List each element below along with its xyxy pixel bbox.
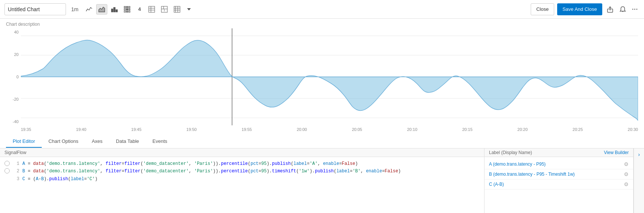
y-label-0: 0: [6, 75, 21, 79]
x-axis-labels: 19:35 19:40 19:45 19:50 19:55 20:00 20:0…: [6, 126, 638, 132]
x-label-1940: 19:40: [76, 127, 86, 132]
time-table-btn[interactable]: [171, 4, 183, 15]
tab-data-table[interactable]: Data Table: [109, 135, 146, 148]
line-chart-btn[interactable]: [83, 4, 95, 15]
number-btn[interactable]: 4: [134, 4, 145, 15]
label-item-b: B (demo.trans.latency - P95 - Timeshift …: [484, 169, 633, 179]
signal-flow-panel: SignalFlow 1 A = data('demo.trans.latenc…: [0, 148, 484, 213]
svg-rect-21: [174, 6, 180, 12]
collapse-arrow-icon: ›: [638, 151, 640, 157]
bell-button[interactable]: [618, 4, 628, 14]
line-2-indicator[interactable]: [4, 168, 10, 173]
tab-axes[interactable]: Axes: [85, 135, 109, 148]
header-right: Close Save And Close ···: [531, 3, 640, 15]
label-item-c: C (A-B) ⚙: [484, 179, 633, 189]
signal-flow-header: SignalFlow: [0, 148, 484, 157]
chart-area: Chart description 40 20 0 -20 -40: [0, 19, 644, 134]
header: 1m 4: [0, 0, 644, 19]
svg-rect-11: [126, 11, 128, 12]
x-label-2015: 20:15: [462, 127, 473, 132]
line-3-number: 3: [13, 175, 19, 183]
chart-title-input[interactable]: [4, 3, 66, 15]
svg-rect-3: [116, 10, 117, 12]
x-label-1950: 19:50: [186, 127, 197, 132]
area-chart-btn[interactable]: [96, 4, 107, 15]
more-options-button[interactable]: ···: [631, 4, 640, 14]
line-3-code[interactable]: C = (A-B).publish(label='C'): [22, 175, 480, 183]
svg-marker-0: [99, 7, 105, 12]
label-c-gear-icon[interactable]: ⚙: [624, 181, 629, 187]
label-panel-header: Label (Display Name) View Builder: [484, 148, 633, 157]
label-b-gear-icon[interactable]: ⚙: [624, 171, 629, 177]
svg-rect-10: [124, 11, 126, 12]
chart-description: Chart description: [6, 22, 638, 27]
y-axis-labels: 40 20 0 -20 -40: [6, 28, 21, 125]
single-value-btn[interactable]: 1: [159, 4, 170, 15]
area-chart-svg: [21, 28, 638, 125]
x-label-2000: 20:00: [297, 127, 307, 132]
svg-rect-1: [111, 9, 113, 12]
svg-rect-8: [126, 9, 128, 10]
time-badge[interactable]: 1m: [69, 4, 80, 15]
share-button[interactable]: [605, 4, 615, 14]
label-b-text: B (demo.trans.latency - P95 - Timeshift …: [489, 172, 575, 177]
signal-line-1: 1 A = data('demo.trans.latency', filter=…: [4, 160, 480, 167]
label-items-list: A (demo.trans.latency - P95) ⚙ B (demo.t…: [484, 157, 633, 213]
plot-editor-panel: SignalFlow 1 A = data('demo.trans.latenc…: [0, 148, 644, 213]
collapse-panel-button[interactable]: ›: [634, 148, 644, 213]
tab-chart-options[interactable]: Chart Options: [42, 135, 85, 148]
table-btn[interactable]: [146, 4, 157, 15]
x-label-2020: 20:20: [517, 127, 528, 132]
x-label-2005: 20:05: [352, 127, 362, 132]
svg-text:1: 1: [164, 9, 165, 12]
signal-line-3: 3 C = (A-B).publish(label='C'): [4, 175, 480, 183]
label-panel: Label (Display Name) View Builder A (dem…: [484, 148, 634, 213]
svg-rect-13: [149, 6, 155, 12]
line-1-code[interactable]: A = data('demo.trans.latency', filter=fi…: [22, 160, 480, 167]
svg-rect-9: [129, 9, 130, 10]
signal-flow-lines: 1 A = data('demo.trans.latency', filter=…: [0, 157, 484, 213]
x-label-1935: 19:35: [21, 127, 31, 132]
signal-line-2: 2 B = data('demo.trans.latency', filter=…: [4, 167, 480, 175]
x-label-2030: 20:30: [628, 127, 638, 132]
line-1-indicator[interactable]: [4, 161, 10, 166]
y-label-40: 40: [6, 30, 21, 34]
y-label-neg20: -20: [6, 97, 21, 101]
label-column-header: Label (Display Name): [489, 150, 532, 155]
x-label-2010: 20:10: [407, 127, 417, 132]
label-a-text: A (demo.trans.latency - P95): [489, 162, 546, 167]
svg-rect-4: [124, 6, 126, 8]
heatmap-btn[interactable]: [121, 4, 133, 15]
y-label-20: 20: [6, 52, 21, 57]
tabs-bar: Plot Editor Chart Options Axes Data Tabl…: [0, 134, 644, 148]
close-button[interactable]: Close: [531, 3, 554, 15]
svg-rect-6: [129, 6, 130, 8]
label-c-text: C (A-B): [489, 182, 504, 187]
label-a-gear-icon[interactable]: ⚙: [624, 161, 629, 167]
bar-chart-btn[interactable]: [109, 4, 120, 15]
toolbar-icons: 4 1: [83, 4, 183, 15]
svg-rect-12: [129, 11, 130, 12]
x-label-1945: 19:45: [131, 127, 142, 132]
tab-events[interactable]: Events: [146, 135, 174, 148]
x-label-1955: 19:55: [242, 127, 252, 132]
line-2-code[interactable]: B = data('demo.trans.latency', filter=fi…: [22, 167, 480, 175]
view-builder-button[interactable]: View Builder: [604, 150, 629, 155]
line-2-number: 2: [13, 167, 19, 175]
chart-container: 40 20 0 -20 -40: [6, 28, 638, 133]
svg-rect-7: [124, 9, 126, 10]
y-label-neg40: -40: [6, 119, 21, 124]
svg-rect-2: [114, 7, 115, 12]
label-item-a: A (demo.trans.latency - P95) ⚙: [484, 159, 633, 169]
tab-plot-editor[interactable]: Plot Editor: [6, 135, 42, 148]
svg-rect-5: [126, 6, 128, 8]
x-label-2025: 20:25: [572, 127, 583, 132]
save-close-button[interactable]: Save And Close: [557, 3, 602, 15]
line-1-number: 1: [13, 160, 19, 167]
